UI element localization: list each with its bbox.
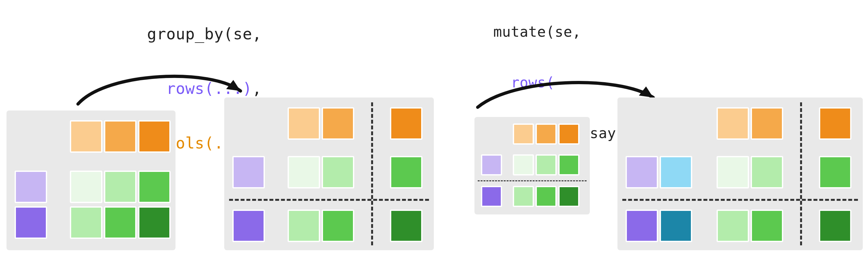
col-group-divider <box>800 102 802 245</box>
assay-cell <box>322 209 354 242</box>
assay-cell <box>717 209 749 242</box>
assay-cell <box>138 170 170 203</box>
assay-cell <box>819 156 851 189</box>
col-header <box>390 107 423 140</box>
assay-cell <box>558 154 580 175</box>
assay-cell <box>717 156 749 189</box>
row-header <box>626 209 658 242</box>
assay-cell <box>535 186 557 207</box>
row-header <box>14 206 47 239</box>
code-fn: group_by(se, <box>147 25 262 43</box>
assay-cell <box>535 154 557 175</box>
row-group-divider <box>622 199 858 201</box>
row-header <box>481 154 502 175</box>
assay-cell <box>390 156 423 189</box>
code-sep: , <box>252 79 261 97</box>
col-header <box>819 107 851 140</box>
assay-cell <box>138 206 170 239</box>
panel-grouped-se <box>224 97 434 250</box>
col-header <box>288 107 320 140</box>
assay-cell <box>104 206 136 239</box>
col-header <box>138 120 170 153</box>
col-header <box>513 124 534 144</box>
assay-cell <box>322 156 354 189</box>
assay-cell <box>513 186 534 207</box>
assay-cell <box>288 156 320 189</box>
row-header <box>232 156 265 189</box>
panel-mini-grouped-se <box>474 117 590 215</box>
assay-cell <box>751 156 783 189</box>
assay-cell <box>70 170 102 203</box>
col-header <box>322 107 354 140</box>
col-group-divider <box>371 102 373 245</box>
row-group-divider <box>229 199 429 201</box>
row-header <box>14 170 47 203</box>
assay-cell <box>513 154 534 175</box>
row-group-divider <box>478 180 587 181</box>
col-header <box>535 124 557 144</box>
assay-cell <box>558 186 580 207</box>
assay-cell <box>70 206 102 239</box>
col-header <box>751 107 783 140</box>
col-header <box>104 120 136 153</box>
diagram-stage: group_by(se, rows(...), cols(...)) mutat… <box>0 0 868 258</box>
assay-cell <box>104 170 136 203</box>
panel-input-se <box>6 110 176 250</box>
assay-cell <box>819 209 851 242</box>
col-header <box>717 107 749 140</box>
row-header <box>626 156 658 189</box>
arrow-group-by <box>75 65 250 110</box>
row-header <box>481 186 502 207</box>
code-mutate-fn: mutate(se, <box>493 23 581 40</box>
assay-cell <box>390 209 423 242</box>
row-header-new <box>660 156 692 189</box>
assay-cell <box>288 209 320 242</box>
col-header <box>558 124 580 144</box>
panel-mutated-se <box>617 97 863 250</box>
row-header <box>232 209 265 242</box>
assay-cell <box>751 209 783 242</box>
row-header-new <box>660 209 692 242</box>
col-header <box>70 120 102 153</box>
